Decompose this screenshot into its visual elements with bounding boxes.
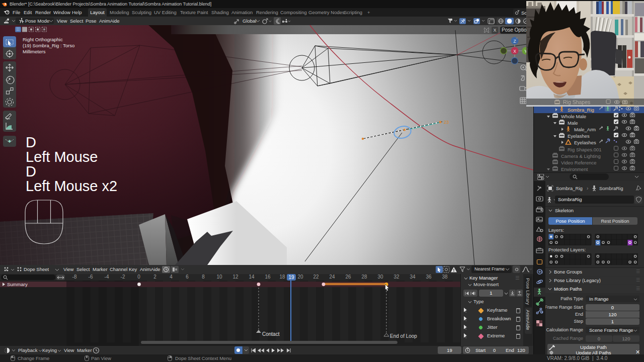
svg-text:End of Loop: End of Loop [390,333,417,339]
svg-text:Contact: Contact [262,331,280,337]
svg-text:Summary: Summary [7,282,28,287]
svg-text:23: 23 [444,120,449,125]
svg-text:X: X [513,49,516,54]
svg-text:Rig Shapes: Rig Shapes [563,99,590,105]
